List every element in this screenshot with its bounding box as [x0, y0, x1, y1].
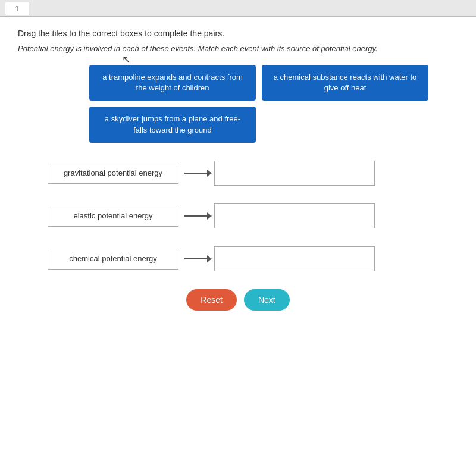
tab-label[interactable]: 1	[5, 2, 29, 15]
cursor-icon: ↖	[122, 53, 131, 66]
tile-chemical[interactable]: a chemical substance reacts with water t…	[262, 65, 428, 101]
arrow-elastic	[184, 215, 208, 217]
drop-box-chemical[interactable]	[214, 246, 375, 271]
match-row-gravitational: gravitational potential energy	[48, 161, 458, 186]
tile-trampoline[interactable]: a trampoline expands and contracts from …	[89, 65, 256, 101]
buttons-area: Reset Next	[18, 289, 458, 311]
drop-box-gravitational[interactable]	[214, 161, 375, 186]
instruction-line1: Drag the tiles to the correct boxes to c…	[18, 29, 458, 38]
arrow-chemical	[184, 258, 208, 259]
main-content: Drag the tiles to the correct boxes to c…	[0, 17, 476, 476]
instruction-line2: Potential energy is involved in each of …	[18, 44, 458, 53]
tile-skydiver[interactable]: a skydiver jumps from a plane and free-f…	[89, 107, 256, 142]
arrow-gravitational	[184, 173, 208, 174]
label-gravitational: gravitational potential energy	[48, 162, 178, 184]
tab-bar: 1	[0, 0, 476, 17]
match-row-chemical: chemical potential energy	[48, 246, 458, 271]
arrow-line-gravitational	[184, 173, 208, 174]
match-row-elastic: elastic potential energy	[48, 203, 458, 228]
reset-button[interactable]: Reset	[186, 289, 237, 311]
next-button[interactable]: Next	[244, 289, 290, 311]
arrow-line-elastic	[184, 215, 208, 217]
matching-area: gravitational potential energy elastic p…	[18, 161, 458, 271]
drop-box-elastic[interactable]	[214, 203, 375, 228]
arrow-line-chemical	[184, 258, 208, 259]
drag-tiles-area: ↖ a trampoline expands and contracts fro…	[18, 65, 458, 143]
label-chemical: chemical potential energy	[48, 248, 178, 270]
label-elastic: elastic potential energy	[48, 205, 178, 227]
